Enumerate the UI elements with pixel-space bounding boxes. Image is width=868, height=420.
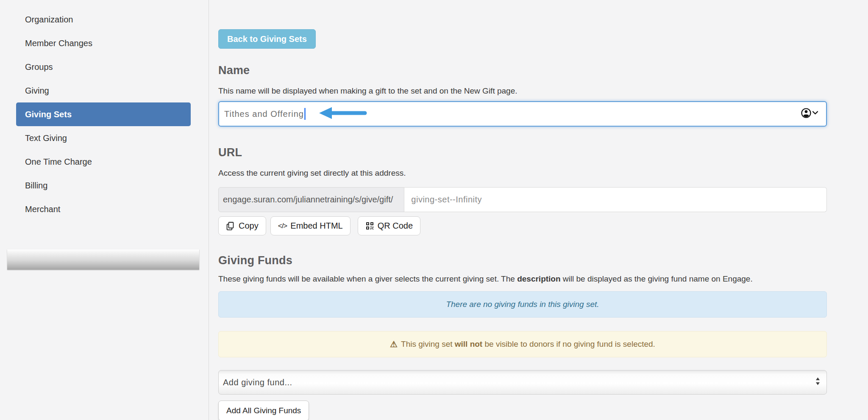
no-funds-notice: There are no giving funds in this giving… — [218, 291, 827, 318]
embed-html-button[interactable]: </> Embed HTML — [270, 216, 351, 235]
add-giving-fund-select-value: Add giving fund... — [223, 378, 292, 387]
url-section-heading: URL — [218, 146, 827, 159]
name-input-value: Tithes and Offering — [224, 109, 304, 119]
name-section-description: This name will be displayed when making … — [218, 86, 827, 96]
sidebar-item-billing[interactable]: Billing — [16, 174, 191, 197]
sidebar-item-groups[interactable]: Groups — [16, 55, 191, 79]
no-funds-notice-text: There are no giving funds in this giving… — [446, 300, 599, 309]
add-giving-fund-select[interactable]: Add giving fund... — [218, 370, 827, 395]
warning-text-after: be visible to donors if no giving fund i… — [484, 340, 655, 349]
warning-triangle-icon: ⚠ — [390, 339, 398, 349]
url-slug-input[interactable]: giving-set--Infinity — [404, 187, 827, 212]
copy-button-label: Copy — [239, 221, 259, 231]
left-arrow-annotation-icon — [319, 106, 368, 122]
content-column: Back to Giving Sets Name This name will … — [218, 0, 827, 420]
embed-html-button-label: Embed HTML — [290, 221, 342, 231]
sidebar-item-text-giving[interactable]: Text Giving — [16, 126, 191, 150]
copy-button[interactable]: Copy — [218, 216, 266, 235]
funds-desc-after: will be displayed as the giving fund nam… — [561, 274, 753, 283]
add-all-giving-funds-button[interactable]: Add All Giving Funds — [218, 401, 309, 420]
url-actions: Copy </> Embed HTML QR Code — [218, 216, 827, 235]
code-icon: </> — [278, 222, 287, 230]
url-prefix-addon: engage.suran.com/juliannetraining/s/give… — [218, 187, 404, 212]
url-section-description: Access the current giving set directly a… — [218, 169, 827, 178]
qr-code-button[interactable]: QR Code — [358, 216, 420, 235]
url-field-group: engage.suran.com/juliannetraining/s/give… — [218, 187, 827, 212]
autofill-profile-chevron-icon[interactable] — [801, 107, 819, 121]
warning-text-before: This giving set — [401, 340, 452, 349]
sidebar-gradient-placeholder — [7, 249, 199, 270]
sidebar-item-giving-sets[interactable]: Giving Sets — [16, 102, 191, 126]
giving-set-name-input[interactable]: Tithes and Offering — [218, 101, 827, 127]
visibility-warning: ⚠ This giving set will not be visible to… — [218, 331, 827, 357]
giving-funds-heading: Giving Funds — [218, 254, 827, 267]
main-panel: Back to Giving Sets Name This name will … — [209, 0, 868, 420]
sidebar: Organization Member Changes Groups Givin… — [0, 0, 209, 420]
sidebar-item-one-time-charge[interactable]: One Time Charge — [16, 150, 191, 174]
sidebar-item-organization[interactable]: Organization — [16, 8, 191, 31]
sidebar-item-member-changes[interactable]: Member Changes — [16, 31, 191, 55]
qr-code-icon — [365, 221, 374, 230]
warning-text-bold: will not — [455, 340, 482, 349]
back-to-giving-sets-button[interactable]: Back to Giving Sets — [218, 29, 316, 49]
giving-funds-description: These giving funds will be available whe… — [218, 274, 827, 284]
up-down-stepper-icon — [815, 377, 821, 388]
name-section-heading: Name — [218, 64, 827, 77]
qr-code-button-label: QR Code — [378, 221, 413, 231]
sidebar-item-giving[interactable]: Giving — [16, 79, 191, 102]
funds-desc-before: These giving funds will be available whe… — [218, 274, 517, 283]
text-caret — [304, 108, 306, 120]
copy-icon — [226, 221, 235, 231]
sidebar-nav: Organization Member Changes Groups Givin… — [0, 0, 209, 221]
funds-desc-bold: description — [517, 274, 560, 283]
sidebar-item-merchant[interactable]: Merchant — [16, 197, 191, 221]
